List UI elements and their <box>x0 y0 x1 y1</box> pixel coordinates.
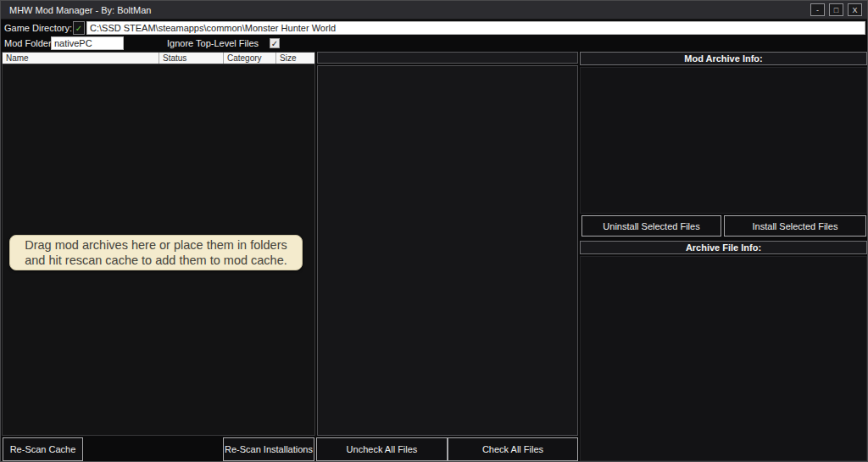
drag-drop-hint: Drag mod archives here or place them in … <box>9 235 303 270</box>
game-directory-row: Game Directory: ✓ <box>1 21 867 35</box>
drag-drop-hint-line2: and hit rescan cache to add them to mod … <box>15 253 297 268</box>
window-controls: - □ X <box>810 3 862 16</box>
checkbox-check-icon: ✓ <box>271 39 278 48</box>
game-directory-label: Game Directory: <box>4 23 73 33</box>
drag-drop-hint-line1: Drag mod archives here or place them in … <box>15 237 297 253</box>
column-header-name[interactable]: Name <box>3 53 159 64</box>
column-header-status[interactable]: Status <box>159 53 224 64</box>
mod-archive-info-title: Mod Archive Info: <box>580 52 867 65</box>
mod-folder-label: Mod Folder: <box>4 38 51 48</box>
check-all-files-button[interactable]: Check All Files <box>448 437 578 461</box>
column-header-size[interactable]: Size <box>276 53 314 64</box>
app-window: MHW Mod Manager - By: BoltMan - □ X Game… <box>0 0 868 462</box>
minimize-button[interactable]: - <box>810 3 825 16</box>
maximize-button[interactable]: □ <box>829 3 843 16</box>
window-title: MHW Mod Manager - By: BoltMan <box>9 5 152 15</box>
uninstall-selected-files-button[interactable]: Uninstall Selected Files <box>581 215 721 237</box>
rescan-installations-button[interactable]: Re-Scan Installations <box>223 437 314 461</box>
ignore-top-level-files-checkbox[interactable]: ✓ <box>270 38 280 48</box>
close-button[interactable]: X <box>848 3 862 16</box>
mod-cache-list-header: Name Status Category Size <box>3 53 314 64</box>
title-bar: MHW Mod Manager - By: BoltMan - □ X <box>1 1 867 19</box>
archive-file-info-title: Archive File Info: <box>580 241 867 254</box>
archive-file-info-panel <box>580 256 867 461</box>
mod-folder-row: Mod Folder: Ignore Top-Level Files ✓ <box>1 36 867 50</box>
file-list-panel[interactable] <box>317 65 578 436</box>
mod-folder-input[interactable] <box>51 36 124 50</box>
file-list-header <box>317 52 578 64</box>
mod-archive-info-panel <box>580 67 867 214</box>
rescan-cache-button[interactable]: Re-Scan Cache <box>3 437 83 461</box>
uncheck-all-files-button[interactable]: Uncheck All Files <box>316 437 448 461</box>
install-selected-files-button[interactable]: Install Selected Files <box>724 215 866 237</box>
column-header-category[interactable]: Category <box>224 53 276 64</box>
validate-directory-button[interactable]: ✓ <box>73 21 85 35</box>
ignore-top-level-files-label: Ignore Top-Level Files <box>167 38 259 48</box>
check-icon: ✓ <box>75 24 82 33</box>
game-directory-input[interactable] <box>86 21 865 35</box>
